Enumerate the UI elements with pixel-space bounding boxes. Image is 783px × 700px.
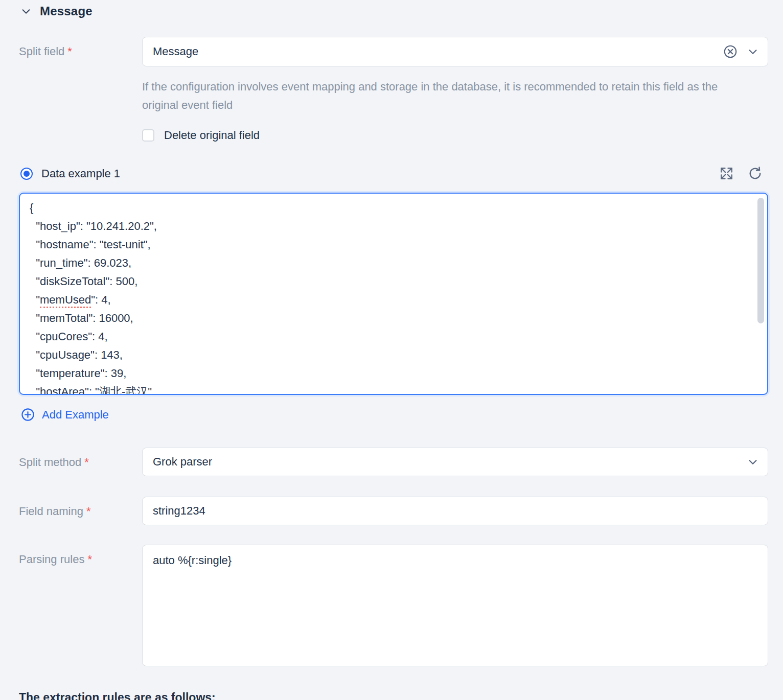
plus-circle-icon bbox=[20, 407, 35, 422]
chevron-down-icon[interactable] bbox=[746, 45, 759, 58]
split-field-value: Message bbox=[153, 45, 737, 58]
split-method-value: Grok parser bbox=[153, 455, 737, 469]
extraction-rules-heading: The extraction rules are as follows: bbox=[19, 691, 768, 700]
split-field-select[interactable]: Message bbox=[142, 37, 768, 66]
add-example-label: Add Example bbox=[42, 408, 109, 422]
section-title: Message bbox=[40, 4, 93, 18]
json-line: "cpuCores": 4, bbox=[30, 328, 752, 346]
json-line: { bbox=[30, 199, 752, 217]
split-method-select[interactable]: Grok parser bbox=[142, 448, 768, 476]
json-line: "memUsed": 4, bbox=[30, 291, 752, 309]
json-line: "diskSizeTotal": 500, bbox=[30, 272, 752, 291]
json-line: "memTotal": 16000, bbox=[30, 309, 752, 328]
parsing-rules-row: Parsing rules* auto %{r:single} bbox=[19, 545, 768, 668]
collapse-chevron-icon[interactable] bbox=[20, 6, 32, 17]
parsing-rules-label: Parsing rules* bbox=[19, 545, 142, 566]
data-example-radio[interactable] bbox=[20, 168, 33, 180]
data-example-label: Data example 1 bbox=[41, 167, 120, 180]
split-field-help: If the configuration involves event mapp… bbox=[142, 78, 755, 114]
field-naming-row: Field naming* bbox=[19, 497, 768, 525]
split-field-row: Split field* Message If the configuratio… bbox=[19, 37, 768, 142]
refresh-icon[interactable] bbox=[747, 166, 763, 181]
json-line: "cpuUsage": 143, bbox=[30, 346, 752, 364]
add-example-button[interactable]: Add Example bbox=[20, 407, 109, 422]
parsing-rules-textarea[interactable]: auto %{r:single} bbox=[142, 545, 768, 666]
expand-icon[interactable] bbox=[719, 166, 734, 181]
field-naming-label: Field naming* bbox=[19, 497, 142, 518]
split-field-label: Split field* bbox=[19, 37, 142, 58]
json-line: "hostname": "test-unit", bbox=[30, 236, 752, 254]
json-line: "temperature": 39, bbox=[30, 364, 752, 383]
required-mark: * bbox=[87, 553, 92, 566]
required-mark: * bbox=[84, 456, 89, 469]
section-header-message[interactable]: Message bbox=[20, 4, 768, 18]
json-line: "hostArea": "湖北-武汉", bbox=[30, 383, 752, 394]
split-method-label: Split method* bbox=[19, 448, 142, 469]
split-method-row: Split method* Grok parser bbox=[19, 448, 768, 476]
delete-original-field-row: Delete original field bbox=[142, 129, 768, 142]
chevron-down-icon[interactable] bbox=[746, 455, 759, 469]
data-example-content: { "host_ip": "10.241.20.2", "hostname": … bbox=[20, 194, 767, 394]
message-config-panel: Message Split field* Message If the conf… bbox=[0, 0, 783, 700]
delete-original-field-label: Delete original field bbox=[164, 129, 260, 142]
data-example-row: Data example 1 bbox=[20, 166, 768, 181]
json-line: "host_ip": "10.241.20.2", bbox=[30, 217, 752, 236]
data-example-textarea[interactable]: { "host_ip": "10.241.20.2", "hostname": … bbox=[19, 193, 768, 395]
required-mark: * bbox=[86, 505, 91, 518]
required-mark: * bbox=[67, 45, 72, 58]
field-naming-input[interactable] bbox=[142, 497, 768, 525]
scrollbar-thumb[interactable] bbox=[757, 198, 764, 323]
json-line: "run_time": 69.023, bbox=[30, 254, 752, 272]
clear-icon[interactable] bbox=[723, 44, 738, 59]
delete-original-field-checkbox[interactable] bbox=[142, 129, 154, 142]
